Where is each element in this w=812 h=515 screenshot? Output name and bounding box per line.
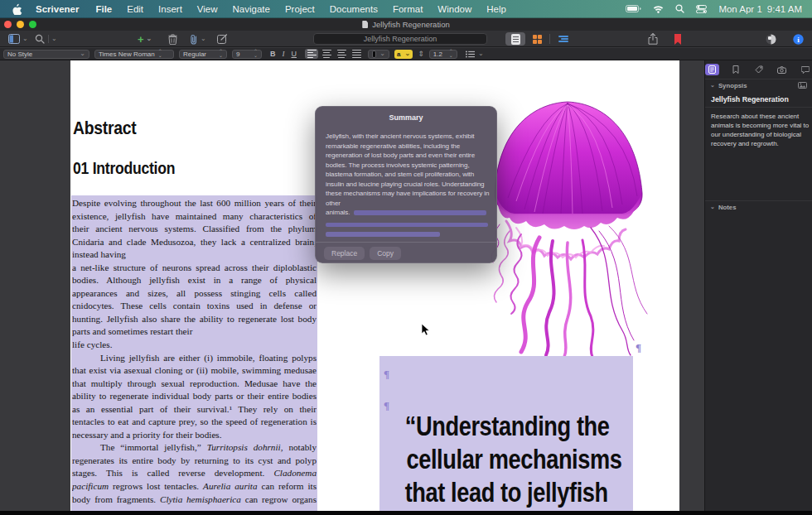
compose-button[interactable] [217, 31, 228, 47]
text-line: Living jellyfish are either (i) immobile… [72, 352, 317, 365]
toolbar-search-field[interactable]: Jellyfish Regeneration [313, 33, 487, 45]
main-toolbar: ⌄ ⌄ + ⌄ ⌄ [0, 31, 812, 47]
font-weight-select[interactable]: Regular⌃⌄ [179, 50, 227, 59]
control-center-icon[interactable] [696, 5, 707, 13]
menu-item[interactable]: Format [393, 4, 423, 14]
tab-bookmarks[interactable] [728, 64, 742, 75]
search-button[interactable]: ⌄ [35, 31, 57, 47]
body-text-selection[interactable]: Despite evolving throughout the last 600… [71, 195, 317, 511]
window-bottom-edge [0, 511, 812, 515]
text-line: pacificum regrows lost tentacles. Aureli… [72, 480, 317, 493]
align-right-button[interactable] [335, 49, 348, 59]
synopsis-text[interactable]: Research about these ancientanimals is b… [705, 108, 812, 148]
mouse-cursor [421, 324, 430, 336]
menu-app-name[interactable]: Scrivener [36, 4, 79, 14]
text-line: hunting. Jellyfish also share the abilit… [72, 313, 317, 326]
menu-item[interactable]: Project [285, 4, 315, 14]
text-line: as an essential part of their survival.¹… [72, 403, 317, 416]
text-line: stages. This is called reverse developme… [72, 467, 317, 480]
summary-line: insulin and leucine playing crucial role… [326, 180, 486, 190]
menu-item[interactable]: Insert [158, 4, 182, 14]
text-line: regenerates its entire body by returning… [72, 455, 317, 468]
list-format-button[interactable]: ⌄ [462, 50, 487, 59]
speech-bubble-icon [801, 66, 810, 74]
style-select[interactable]: No Style ⌄ [3, 50, 89, 59]
summary-line: regeneration of lost body parts and even… [326, 151, 486, 161]
add-item-button[interactable]: + ⌄ [138, 31, 152, 47]
menu-item[interactable]: Documents [330, 4, 378, 14]
trash-button[interactable] [168, 31, 177, 47]
menu-item[interactable]: Navigate [233, 4, 270, 14]
quick-reference-button[interactable] [766, 31, 776, 47]
text-line: cnidocytes. These cells contain toxins u… [72, 300, 317, 313]
spotlight-search-icon[interactable] [675, 4, 684, 13]
summary-line: remarkable regenerative abilities, inclu… [326, 142, 486, 152]
align-justify-button[interactable] [350, 49, 363, 59]
summary-line: blastema formation, and stem cell prolif… [326, 170, 486, 180]
tab-metadata[interactable] [752, 64, 766, 75]
summary-last-word: animals. [326, 208, 350, 218]
synopsis-section-header[interactable]: ⌄ Synopsis [705, 79, 812, 91]
apple-menu-icon[interactable] [12, 3, 22, 15]
bold-button[interactable]: B [270, 50, 276, 58]
chevron-down-icon: ⌄ [51, 36, 57, 42]
synopsis-image-icon[interactable] [798, 82, 807, 89]
chevron-down-icon: ⌄ [22, 36, 28, 42]
plus-icon: + [138, 34, 144, 45]
compose-icon [217, 34, 228, 44]
menu-item[interactable]: Help [486, 4, 506, 14]
menu-clock-time[interactable]: 9:41 AM [767, 4, 802, 14]
highlight-color-button[interactable]: a ⌄ [394, 50, 413, 59]
divider [549, 34, 550, 44]
menu-status-area: Mon Apr 1 9:41 AM [626, 4, 812, 14]
skeleton-bar [326, 232, 440, 237]
chevron-down-icon: ⌄ [201, 36, 206, 42]
ai-summary-popup[interactable]: Summary Jellyfish, with their ancient ne… [315, 106, 497, 263]
menu-item[interactable]: Window [437, 4, 471, 14]
font-family-select[interactable]: Times New Roman⌃⌄ [94, 50, 174, 59]
toggle-binder-button[interactable]: ⌄ [8, 31, 28, 47]
text-color-well[interactable]: ⌄ [368, 50, 389, 59]
alignment-buttons [305, 49, 363, 59]
align-center-button[interactable] [320, 49, 333, 59]
view-mode-outline-button[interactable] [553, 32, 573, 46]
share-button[interactable] [648, 31, 658, 47]
notes-section-header[interactable]: ⌄ Notes [705, 200, 812, 213]
menu-item[interactable]: File [95, 4, 112, 14]
notepad-icon [708, 65, 716, 74]
bookmark-button[interactable] [674, 31, 682, 47]
menu-item[interactable]: View [197, 4, 218, 14]
synopsis-card-title[interactable]: Jellyfish Regeneration [705, 91, 812, 108]
list-icon [466, 51, 475, 58]
tab-comments[interactable] [798, 64, 812, 75]
menu-item[interactable]: Edit [127, 4, 143, 14]
underline-button[interactable]: U [292, 50, 297, 58]
italic-button[interactable]: I [283, 50, 285, 58]
view-mode-corkboard-button[interactable] [527, 32, 547, 46]
summary-line: these mechanisms may have implications f… [326, 189, 486, 199]
bookmark-icon [674, 34, 682, 45]
view-mode-document-button[interactable] [505, 32, 525, 46]
replace-button[interactable]: Replace [324, 247, 365, 260]
inspector-toggle-button[interactable]: i [793, 31, 804, 47]
window-title-bar: Jellyfish Regeneration [0, 18, 812, 31]
text-line: that multiply through sexual reproductio… [72, 378, 317, 391]
wifi-icon[interactable] [653, 5, 664, 13]
copy-button[interactable]: Copy [370, 247, 401, 260]
text-line: bodies. Although jellyfish exist in a ra… [72, 274, 317, 287]
summary-line: Jellyfish, with their ancient nervous sy… [326, 132, 486, 142]
pull-quote-block[interactable]: ¶ ¶ “Understanding thecellular mechanism… [379, 356, 633, 511]
heading-introduction: 01 Introduction [73, 159, 175, 178]
tab-snapshots[interactable] [775, 64, 789, 75]
inspector-panel: ⌄ Synopsis Jellyfish Regeneration Resear… [704, 60, 812, 511]
align-left-button[interactable] [305, 49, 318, 59]
line-spacing-stepper[interactable]: 1.2⌃⌄ [429, 50, 457, 59]
menu-clock-date[interactable]: Mon Apr 1 [718, 4, 761, 14]
battery-icon[interactable] [626, 5, 641, 12]
chevron-down-icon: ⌄ [478, 51, 484, 57]
attachments-button[interactable]: ⌄ [190, 31, 206, 47]
appearance-icon [766, 34, 776, 45]
font-size-stepper[interactable]: 9⌃⌄ [232, 50, 262, 59]
tab-notes-synopsis[interactable] [705, 64, 719, 75]
menu-bar: Scrivener FileEditInsertViewNavigateProj… [0, 0, 812, 18]
